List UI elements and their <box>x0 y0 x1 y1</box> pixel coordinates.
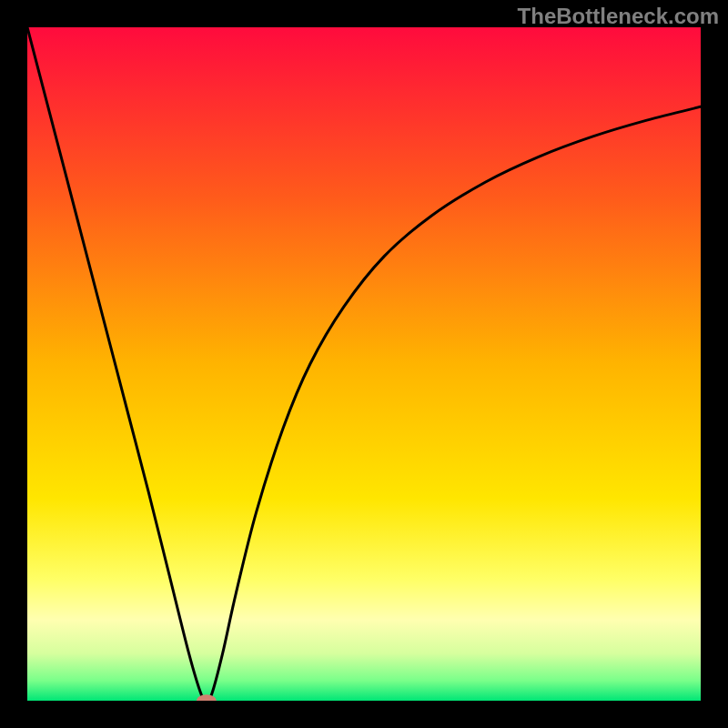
watermark-text: TheBottleneck.com <box>518 4 719 29</box>
gradient-background <box>27 27 701 701</box>
chart-svg <box>27 27 701 701</box>
chart-frame: TheBottleneck.com <box>0 0 728 728</box>
plot-area <box>27 27 701 701</box>
